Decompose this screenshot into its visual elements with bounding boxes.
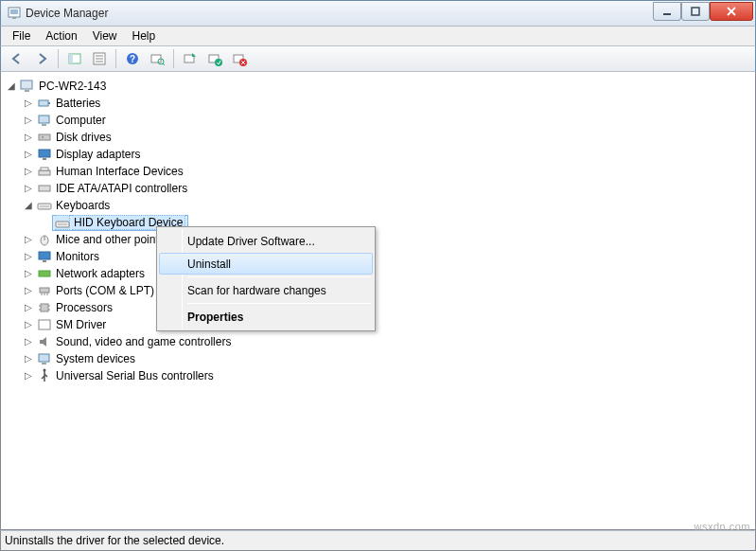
expander-icon[interactable]: ▷	[22, 351, 35, 364]
svg-rect-31	[39, 134, 50, 140]
menu-help[interactable]: Help	[125, 27, 164, 44]
device-tree-pane: ◢ PC-WR2-143 ▷ Batteries ▷ Computer ▷ Di…	[0, 72, 756, 530]
context-menu: Update Driver Software... Uninstall Scan…	[156, 226, 376, 331]
ide-icon	[37, 181, 52, 196]
usb-icon	[37, 368, 52, 383]
expander-icon[interactable]: ▷	[22, 249, 35, 262]
keyboard-icon	[37, 198, 52, 213]
ctx-update-driver[interactable]: Update Driver Software...	[159, 230, 373, 252]
svg-rect-28	[48, 102, 50, 104]
expander-icon[interactable]: ▷	[22, 317, 35, 330]
display-icon	[37, 147, 52, 162]
svg-rect-1	[10, 9, 18, 14]
title-bar: Device Manager	[0, 0, 756, 27]
tree-item-keyboards[interactable]: ◢ Keyboards	[5, 197, 755, 214]
svg-line-17	[163, 63, 165, 65]
expander-icon[interactable]: ▷	[22, 113, 35, 126]
svg-rect-36	[41, 168, 48, 170]
menu-file[interactable]: File	[5, 27, 38, 44]
properties-button[interactable]	[88, 47, 111, 70]
help-button[interactable]: ?	[121, 47, 144, 70]
svg-text:?: ?	[130, 54, 135, 64]
expander-icon[interactable]: ▷	[22, 283, 35, 296]
tree-item-computer[interactable]: ▷ Computer	[5, 112, 755, 129]
sound-icon	[37, 334, 52, 349]
mouse-icon	[37, 232, 52, 247]
network-icon	[37, 266, 52, 281]
expander-icon[interactable]: ▷	[22, 232, 35, 245]
svg-rect-8	[69, 54, 73, 63]
tree-item-processors[interactable]: ▷ Processors	[5, 299, 755, 316]
scan-hardware-button[interactable]	[146, 47, 168, 70]
enable-button[interactable]	[203, 47, 226, 70]
expander-icon[interactable]: ◢	[22, 198, 35, 211]
svg-rect-26	[25, 90, 29, 92]
battery-icon	[37, 96, 52, 111]
back-button[interactable]	[6, 47, 28, 70]
svg-point-20	[215, 59, 222, 66]
expander-icon[interactable]: ▷	[22, 130, 35, 143]
status-bar: Uninstalls the driver for the selected d…	[0, 530, 756, 551]
disk-icon	[37, 130, 52, 145]
expander-icon[interactable]: ▷	[22, 266, 35, 279]
tree-item-hid[interactable]: ▷ Human Interface Devices	[5, 163, 755, 180]
svg-point-32	[42, 136, 44, 138]
expander-icon[interactable]: ▷	[22, 334, 35, 347]
expander-icon[interactable]: ▷	[22, 300, 35, 313]
window-title: Device Manager	[26, 7, 108, 20]
system-icon	[37, 351, 52, 366]
computer-icon	[20, 79, 35, 94]
computer-icon	[37, 113, 52, 128]
app-icon	[7, 6, 22, 21]
ctx-scan-hardware[interactable]: Scan for hardware changes	[159, 279, 373, 301]
svg-rect-35	[39, 170, 50, 175]
svg-rect-29	[39, 116, 49, 123]
tree-item-ide[interactable]: ▷ IDE ATA/ATAPI controllers	[5, 180, 755, 197]
menu-view[interactable]: View	[85, 27, 125, 44]
driver-icon	[37, 317, 52, 332]
maximize-button[interactable]	[681, 2, 710, 21]
ctx-separator	[187, 276, 371, 277]
svg-rect-4	[692, 8, 699, 15]
expander-icon[interactable]: ▷	[22, 96, 35, 109]
svg-point-59	[44, 369, 46, 372]
ctx-uninstall[interactable]: Uninstall	[159, 253, 373, 275]
tree-item-mice[interactable]: ▷ Mice and other pointing devices	[5, 231, 755, 248]
svg-rect-30	[42, 124, 46, 126]
forward-button[interactable]	[30, 47, 53, 70]
expander-icon[interactable]: ▷	[22, 181, 35, 194]
window-controls	[653, 2, 753, 21]
update-driver-button[interactable]	[179, 47, 202, 70]
svg-rect-57	[39, 354, 49, 362]
expander-icon[interactable]: ▷	[22, 368, 35, 382]
tree-item-hid-keyboard[interactable]: HID Keyboard Device	[5, 214, 755, 231]
tree-item-sm-driver[interactable]: ▷ SM Driver	[5, 316, 755, 333]
expander-icon[interactable]: ◢	[5, 79, 18, 92]
svg-rect-44	[39, 252, 50, 259]
tree-item-ports[interactable]: ▷ Ports (COM & LPT)	[5, 282, 755, 299]
tree-item-display-adapters[interactable]: ▷ Display adapters	[5, 146, 755, 163]
processor-icon	[37, 300, 52, 315]
tree-root-label: PC-WR2-143	[37, 80, 108, 93]
uninstall-button[interactable]	[228, 47, 251, 70]
minimize-button[interactable]	[653, 2, 681, 21]
tree-item-batteries[interactable]: ▷ Batteries	[5, 95, 755, 112]
tree-item-network[interactable]: ▷ Network adapters	[5, 265, 755, 282]
svg-rect-45	[43, 260, 46, 262]
svg-rect-56	[39, 320, 50, 329]
tree-root[interactable]: ◢ PC-WR2-143	[5, 78, 755, 95]
tree-item-usb[interactable]: ▷ Universal Serial Bus controllers	[5, 367, 755, 384]
expander-icon[interactable]: ▷	[22, 147, 35, 160]
tree-item-disk-drives[interactable]: ▷ Disk drives	[5, 129, 755, 146]
ctx-separator	[187, 303, 371, 304]
ctx-properties[interactable]: Properties	[159, 306, 373, 328]
expander-icon[interactable]: ▷	[22, 164, 35, 177]
menu-action[interactable]: Action	[38, 27, 84, 44]
svg-rect-46	[39, 271, 50, 276]
tree-item-system[interactable]: ▷ System devices	[5, 350, 755, 367]
tree-item-monitors[interactable]: ▷ Monitors	[5, 248, 755, 265]
show-hide-console-button[interactable]	[63, 47, 86, 70]
svg-rect-25	[21, 80, 32, 89]
close-button[interactable]	[710, 2, 753, 21]
tree-item-sound[interactable]: ▷ Sound, video and game controllers	[5, 333, 755, 350]
